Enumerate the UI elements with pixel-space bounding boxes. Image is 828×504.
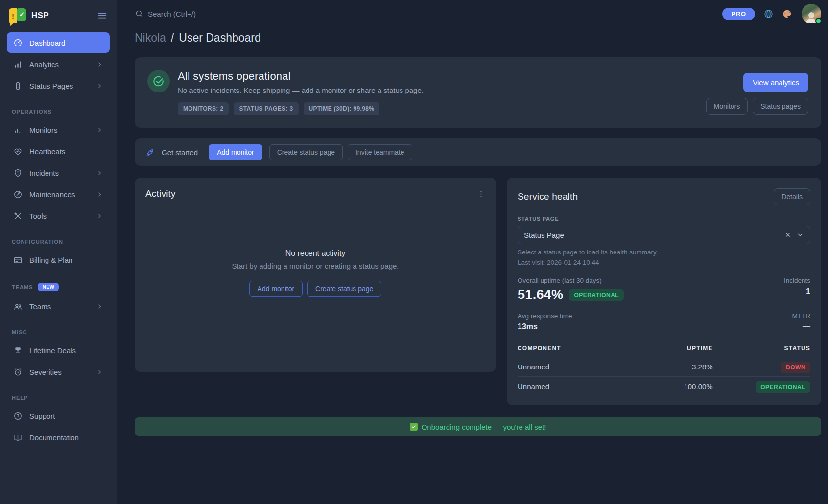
invite-teammate-button[interactable]: Invite teammate	[348, 144, 412, 160]
component-name: Unnamed	[518, 382, 630, 390]
get-started-label: Get started	[162, 148, 198, 157]
gauge-icon	[13, 38, 23, 47]
search-input[interactable]: Search (Ctrl+/)	[135, 9, 722, 18]
select-helper-text: Select a status page to load its health …	[518, 249, 810, 256]
sidebar-item-label: Dashboard	[29, 39, 103, 47]
clear-selection-icon[interactable]	[784, 231, 791, 238]
uptime-status-badge: OPERATIONAL	[569, 289, 624, 301]
sidebar-item-tools[interactable]: Tools	[7, 206, 110, 226]
sidebar-item-dashboard[interactable]: Dashboard	[7, 32, 110, 53]
status-badge: OPERATIONAL	[756, 381, 810, 393]
components-table: COMPONENT UPTIME STATUS Unnamed3.28%DOWN…	[518, 341, 810, 396]
sidebar-item-monitors[interactable]: Monitors	[7, 119, 110, 140]
book-icon	[13, 433, 23, 442]
help-icon	[13, 412, 23, 421]
chevron-down-icon[interactable]	[796, 231, 804, 239]
component-status: OPERATIONAL	[713, 382, 810, 390]
sidebar-item-heartbeats[interactable]: Heartbeats	[7, 141, 110, 161]
component-uptime: 3.28%	[630, 363, 712, 371]
sidebar-item-documentation[interactable]: Documentation	[7, 427, 110, 448]
sidebar-item-maintenances[interactable]: Maintenances	[7, 184, 110, 205]
online-status-dot	[815, 18, 822, 24]
sidebar-item-teams[interactable]: Teams	[7, 296, 110, 317]
component-name: Unnamed	[518, 363, 630, 371]
component-status: DOWN	[713, 363, 810, 371]
sidebar-item-label: Monitors	[29, 126, 89, 134]
heartbeat-icon	[13, 147, 23, 156]
status-badge: DOWN	[781, 362, 810, 373]
incidents-value: 1	[784, 287, 810, 296]
chevron-right-icon	[96, 61, 103, 68]
status-title: All systems operational	[178, 70, 698, 83]
sidebar-item-label: Incidents	[29, 169, 89, 177]
monitors-button[interactable]: Monitors	[706, 98, 748, 115]
chevron-right-icon	[96, 82, 103, 90]
credit-card-icon	[13, 255, 23, 265]
alarm-icon	[13, 367, 23, 377]
logo-alert-half: !	[9, 8, 17, 23]
user-avatar[interactable]	[802, 4, 821, 23]
create-status-page-button[interactable]: Create status page	[307, 281, 381, 297]
pro-plan-badge[interactable]: PRO	[722, 8, 755, 20]
shield-alert-icon	[13, 168, 23, 178]
activity-card: Activity No recent activity Start by add…	[135, 178, 496, 372]
sidebar-item-status-pages[interactable]: Status Pages	[7, 75, 110, 96]
stat-pill-status-pages: STATUS PAGES: 3	[234, 102, 298, 115]
status-page-select-label: STATUS PAGE	[518, 216, 810, 222]
view-analytics-button[interactable]: View analytics	[743, 73, 808, 92]
sidebar-item-incidents[interactable]: Incidents	[7, 162, 110, 183]
topbar: Search (Ctrl+/) PRO	[135, 0, 821, 27]
column-header: STATUS	[713, 345, 810, 352]
sidebar-item-analytics[interactable]: Analytics	[7, 54, 110, 74]
brand-logo-icon[interactable]: ! ✓	[9, 8, 26, 23]
sidebar-section-configuration: CONFIGURATION	[12, 239, 105, 245]
mttr-value: —	[792, 322, 811, 331]
breadcrumb-parent[interactable]: Nikola	[135, 31, 166, 45]
sidebar-item-label: Analytics	[29, 60, 89, 69]
sidebar-section-misc: MISC	[12, 329, 105, 335]
table-row: Unnamed3.28%DOWN	[518, 357, 810, 377]
status-page-select[interactable]: Status Page	[518, 226, 810, 244]
page-title: User Dashboard	[179, 31, 260, 45]
get-started-buttons: Create status pageInvite teammate	[269, 144, 412, 160]
sidebar-item-label: Tools	[29, 212, 89, 220]
brand-name: HSP	[31, 11, 92, 21]
palette-icon[interactable]	[782, 9, 792, 19]
chevron-right-icon	[96, 368, 103, 376]
table-row: Unnamed100.00%OPERATIONAL	[518, 377, 810, 396]
get-started-bar: Get started Add monitor Create status pa…	[135, 138, 821, 166]
status-pages-button[interactable]: Status pages	[753, 98, 808, 115]
sidebar-nav: DashboardAnalyticsStatus PagesOPERATIONS…	[7, 32, 110, 448]
sidebar-item-label: Severities	[29, 368, 89, 376]
traffic-light-icon	[13, 81, 23, 91]
hamburger-menu-icon[interactable]	[97, 10, 108, 21]
add-monitor-button[interactable]: Add monitor	[249, 281, 303, 297]
sidebar-item-support[interactable]: Support	[7, 406, 110, 426]
breadcrumb-separator: /	[171, 31, 174, 45]
status-subtitle: No active incidents. Keep shipping — add…	[178, 86, 698, 94]
sidebar-header: ! ✓ HSP	[7, 0, 110, 31]
onboarding-banner-text: Onboarding complete — you're all set!	[422, 423, 546, 431]
bar-chart-icon	[13, 60, 23, 69]
service-health-title: Service health	[518, 191, 578, 202]
globe-icon[interactable]	[763, 9, 774, 19]
add-monitor-button[interactable]: Add monitor	[209, 144, 262, 160]
rocket-icon	[145, 148, 155, 157]
empty-state-title: No recent activity	[285, 249, 346, 258]
system-status-card: All systems operational No active incide…	[135, 57, 821, 128]
sidebar-item-label: Heartbeats	[29, 147, 103, 156]
sidebar-item-lifetime-deals[interactable]: Lifetime Deals	[7, 340, 110, 361]
details-button[interactable]: Details	[774, 188, 810, 205]
users-icon	[13, 302, 23, 311]
sidebar-item-label: Maintenances	[29, 190, 89, 199]
sidebar-item-label: Billing & Plan	[29, 256, 103, 264]
sidebar: ! ✓ HSP DashboardAnalyticsStatus PagesOP…	[0, 0, 117, 504]
create-status-page-button[interactable]: Create status page	[269, 144, 343, 160]
sidebar-item-billing-plan[interactable]: Billing & Plan	[7, 250, 110, 270]
service-health-card: Service health Details STATUS PAGE Statu…	[507, 178, 821, 405]
topbar-actions: PRO	[722, 4, 821, 23]
logo-tail	[10, 23, 14, 26]
onboarding-banner: Onboarding complete — you're all set!	[135, 417, 821, 436]
empty-state-subtitle: Start by adding a monitor or creating a …	[232, 262, 399, 270]
sidebar-item-severities[interactable]: Severities	[7, 362, 110, 382]
